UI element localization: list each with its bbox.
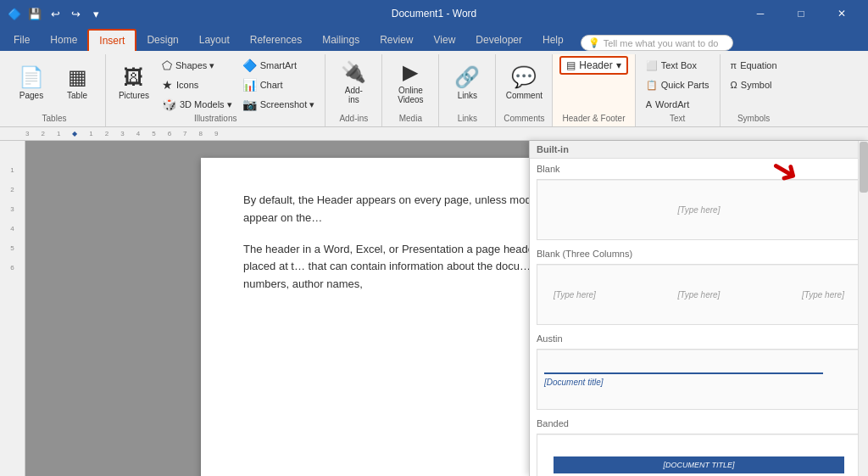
banded-template-preview: [DOCUMENT TITLE] xyxy=(537,434,860,476)
dropdown-scrollbar[interactable] xyxy=(858,141,868,476)
text-col: ⬜ Text Box 📋 Quick Parts A WordArt xyxy=(643,56,713,114)
symbols-col: π Equation Ω Symbol xyxy=(727,56,781,94)
scrollbar-thumb[interactable] xyxy=(860,142,868,193)
close-button[interactable]: ✕ xyxy=(822,0,861,27)
ribbon-group-addins: 🔌 Add-ins Add-ins xyxy=(326,54,382,126)
screenshot-icon: 📷 xyxy=(242,98,257,111)
minimize-button[interactable]: ─ xyxy=(741,0,780,27)
save-icon[interactable]: 💾 xyxy=(27,6,42,21)
document-title: Document1 - Word xyxy=(392,8,476,20)
shapes-icon: ⬠ xyxy=(162,59,172,72)
ribbon-tabs: File Home Insert Design Layout Reference… xyxy=(0,27,868,51)
table-button[interactable]: ▦ Table xyxy=(56,56,98,109)
comment-button[interactable]: 💬 Comment xyxy=(503,56,545,109)
tab-review[interactable]: Review xyxy=(370,29,423,51)
links-button[interactable]: 🔗 Links xyxy=(446,56,488,109)
main-area: 1 2 3 4 5 6 By default, the Header appea… xyxy=(0,141,868,476)
tab-insert[interactable]: Insert xyxy=(87,29,136,51)
title-bar: 🔷 💾 ↩ ↪ ▾ Document1 - Word ─ □ ✕ xyxy=(0,0,868,27)
smartart-button[interactable]: 🔷 SmartArt xyxy=(239,56,319,75)
blank-template-label: Blank xyxy=(530,159,868,176)
chart-icon: 📊 xyxy=(242,78,257,92)
equation-button[interactable]: π Equation xyxy=(727,56,781,75)
table-icon: ▦ xyxy=(68,65,87,89)
tab-developer[interactable]: Developer xyxy=(465,29,532,51)
tab-home[interactable]: Home xyxy=(40,29,87,51)
tab-help[interactable]: Help xyxy=(532,29,574,51)
customize-icon[interactable]: ▾ xyxy=(88,6,103,21)
tab-references[interactable]: References xyxy=(240,29,312,51)
ruler: 3 2 1 ◆ 1 2 3 4 5 6 7 8 9 xyxy=(0,127,868,141)
icons-button[interactable]: ★ Icons xyxy=(159,76,236,94)
symbols-group-label: Symbols xyxy=(737,114,770,125)
chart-button[interactable]: 📊 Chart xyxy=(239,76,319,94)
vertical-ruler: 1 2 3 4 5 6 xyxy=(0,141,25,476)
symbol-icon: Ω xyxy=(731,80,737,90)
ruler-marks: 3 2 1 ◆ 1 2 3 4 5 6 7 8 9 xyxy=(25,130,230,137)
comment-icon: 💬 xyxy=(511,65,537,89)
lightbulb-icon: 💡 xyxy=(588,37,600,48)
dropdown-panel-header: Built-in xyxy=(530,141,868,159)
text-group-content: ⬜ Text Box 📋 Quick Parts A WordArt xyxy=(643,56,713,114)
online-videos-icon: ▶ xyxy=(403,60,418,84)
smartart-icon: 🔷 xyxy=(242,59,257,72)
pictures-icon: 🖼 xyxy=(124,65,144,89)
addins-group-label: Add-ins xyxy=(339,114,368,125)
online-videos-button[interactable]: ▶ OnlineVideos xyxy=(389,56,431,109)
tab-mailings[interactable]: Mailings xyxy=(312,29,370,51)
austin-template-preview: [Document title] xyxy=(537,350,860,409)
restore-button[interactable]: □ xyxy=(782,0,821,27)
blank-three-columns-template[interactable]: [Type here] [Type here] [Type here] xyxy=(537,264,861,325)
3d-models-button[interactable]: 🎲 3D Models ▾ xyxy=(159,95,236,114)
media-group-label: Media xyxy=(399,114,422,125)
comments-group-label: Comments xyxy=(504,114,544,125)
blank-three-columns-preview: [Type here] [Type here] [Type here] xyxy=(537,265,860,324)
addins-button[interactable]: 🔌 Add-ins xyxy=(332,56,375,109)
quick-access-toolbar: 🔷 💾 ↩ ↪ ▾ xyxy=(7,6,103,21)
shapes-button[interactable]: ⬠ Shapes ▾ xyxy=(159,56,236,75)
ribbon-group-illustrations: 🖼 Pictures ⬠ Shapes ▾ ★ Icons 🎲 3D Model… xyxy=(106,54,326,126)
equation-icon: π xyxy=(731,60,737,70)
tell-me-input[interactable]: 💡 Tell me what you want to do xyxy=(581,35,733,51)
tab-design[interactable]: Design xyxy=(136,29,188,51)
pages-icon: 📄 xyxy=(19,65,44,89)
text-box-button[interactable]: ⬜ Text Box xyxy=(643,56,713,75)
austin-template-label: Austin xyxy=(530,328,868,345)
text-group-label: Text xyxy=(670,114,685,125)
symbol-button[interactable]: Ω Symbol xyxy=(727,76,781,94)
header-button[interactable]: ▤ Header ▾ xyxy=(559,56,627,75)
header-dropdown-panel[interactable]: Built-in Blank [Type here] ➜ Blank (Thre… xyxy=(529,141,868,476)
links-icon: 🔗 xyxy=(454,65,480,89)
pages-button[interactable]: 📄 Pages xyxy=(10,56,53,109)
wordart-button[interactable]: A WordArt xyxy=(643,95,713,114)
window-controls: ─ □ ✕ xyxy=(741,0,861,27)
blank-template-preview: [Type here] xyxy=(537,180,860,239)
header-footer-content: ▤ Header ▾ xyxy=(559,56,627,114)
tab-view[interactable]: View xyxy=(424,29,466,51)
screenshot-button[interactable]: 📷 Screenshot ▾ xyxy=(239,95,319,114)
addins-group-content: 🔌 Add-ins xyxy=(332,56,375,114)
pages-group-content: 📄 Pages ▦ Table xyxy=(10,56,98,114)
austin-preview-line: [Document title] xyxy=(544,372,823,387)
undo-icon[interactable]: ↩ xyxy=(47,6,63,21)
text-box-icon: ⬜ xyxy=(646,60,658,71)
comments-group-content: 💬 Comment xyxy=(503,56,545,114)
media-group-content: ▶ OnlineVideos xyxy=(389,56,431,114)
header-footer-label: Header & Footer xyxy=(563,114,626,125)
ribbon-group-comments: 💬 Comment Comments xyxy=(496,54,553,126)
quick-parts-icon: 📋 xyxy=(646,80,658,91)
banded-template[interactable]: [DOCUMENT TITLE] xyxy=(537,434,861,476)
redo-icon[interactable]: ↪ xyxy=(68,6,83,21)
wordart-icon: A xyxy=(646,99,652,109)
blank-template[interactable]: [Type here] xyxy=(537,179,861,240)
three-col-layout: [Type here] [Type here] [Type here] xyxy=(554,290,844,300)
addins-icon: 🔌 xyxy=(341,60,366,84)
pictures-button[interactable]: 🖼 Pictures xyxy=(113,56,155,109)
header-dropdown-arrow: ▾ xyxy=(616,59,621,71)
ribbon-group-symbols: π Equation Ω Symbol Symbols xyxy=(721,54,787,126)
tab-layout[interactable]: Layout xyxy=(189,29,240,51)
icons-icon: ★ xyxy=(162,78,173,92)
quick-parts-button[interactable]: 📋 Quick Parts xyxy=(643,76,713,94)
austin-template[interactable]: [Document title] xyxy=(537,349,861,410)
tab-file[interactable]: File xyxy=(3,29,40,51)
